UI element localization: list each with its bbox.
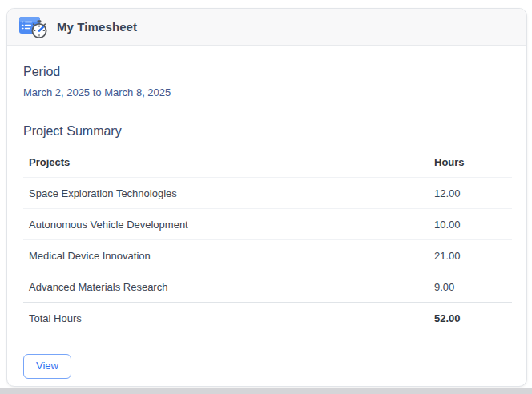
total-row: Total Hours 52.00 xyxy=(23,303,512,334)
project-summary-table: Projects Hours Space Exploration Technol… xyxy=(23,147,512,333)
project-rows: Space Exploration Technologies 12.00 Aut… xyxy=(23,178,512,303)
timesheet-card: My Timesheet Period March 2, 2025 to Mar… xyxy=(6,8,527,387)
page: { "card": { "header": { "title": "My Tim… xyxy=(0,0,532,394)
period-range: March 2, 2025 to March 8, 2025 xyxy=(23,86,512,98)
view-button[interactable]: View xyxy=(23,354,71,379)
hours-cell: 21.00 xyxy=(429,240,512,271)
total-hours-value: 52.00 xyxy=(429,303,512,334)
column-header-hours: Hours xyxy=(429,147,512,178)
project-name-cell: Space Exploration Technologies xyxy=(23,178,429,209)
period-heading: Period xyxy=(23,65,512,79)
timesheet-clock-icon xyxy=(18,14,48,41)
table-row: Autonomous Vehicle Development 10.00 xyxy=(23,209,512,240)
hours-cell: 9.00 xyxy=(429,271,512,303)
project-name-cell: Autonomous Vehicle Development xyxy=(23,209,429,240)
table-row: Medical Device Innovation 21.00 xyxy=(23,240,512,271)
bottom-strip xyxy=(0,388,532,394)
card-actions: View xyxy=(23,354,512,379)
project-name-cell: Advanced Materials Research xyxy=(23,271,429,303)
hours-cell: 10.00 xyxy=(429,209,512,240)
table-header-row: Projects Hours xyxy=(23,147,512,178)
table-row: Space Exploration Technologies 12.00 xyxy=(23,178,512,209)
hours-cell: 12.00 xyxy=(429,178,512,209)
project-summary-heading: Project Summary xyxy=(23,124,512,139)
card-body: Period March 2, 2025 to March 8, 2025 Pr… xyxy=(7,46,526,379)
card-title: My Timesheet xyxy=(57,20,137,34)
column-header-projects: Projects xyxy=(23,147,429,178)
project-name-cell: Medical Device Innovation xyxy=(23,240,429,271)
total-label: Total Hours xyxy=(23,303,429,334)
table-row: Advanced Materials Research 9.00 xyxy=(23,271,512,303)
card-header: My Timesheet xyxy=(7,9,526,46)
